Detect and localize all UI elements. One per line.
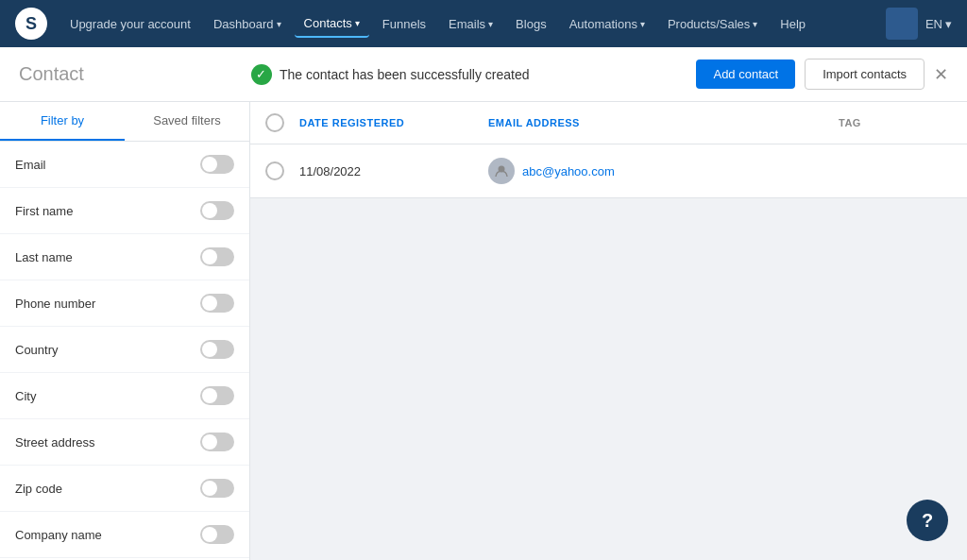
- table-row[interactable]: 11/08/2022 abc@yahoo.com: [250, 144, 967, 198]
- toggle-street-address[interactable]: [200, 433, 234, 451]
- nav-item-contacts[interactable]: Contacts ▾: [295, 10, 369, 38]
- language-selector[interactable]: EN ▾: [925, 17, 952, 31]
- nav-item-blogs[interactable]: Blogs: [506, 11, 556, 37]
- chevron-down-icon: ▾: [945, 17, 952, 31]
- filter-country: Country: [0, 327, 249, 373]
- filter-company-name: Company name: [0, 512, 249, 558]
- close-icon[interactable]: ✕: [934, 66, 948, 83]
- chevron-down-icon: ▾: [640, 19, 645, 29]
- navbar-logo[interactable]: S: [15, 8, 47, 40]
- contacts-table: DATE REGISTERED EMAIL ADDRESS TAG 11/08/…: [250, 102, 967, 198]
- toggle-last-name[interactable]: [200, 247, 234, 266]
- main-layout: Filter by Saved filters Email First name…: [0, 102, 967, 560]
- toggle-phone-number[interactable]: [200, 294, 234, 313]
- toggle-zip-code[interactable]: [200, 479, 234, 498]
- row-email: abc@yahoo.com: [488, 158, 839, 184]
- add-contact-button[interactable]: Add contact: [696, 59, 795, 89]
- avatar[interactable]: [886, 8, 918, 40]
- avatar: [488, 158, 515, 184]
- tab-saved-filters[interactable]: Saved filters: [125, 102, 249, 141]
- filter-first-name: First name: [0, 188, 249, 234]
- filter-street-address: Street address: [0, 419, 249, 466]
- content-area: DATE REGISTERED EMAIL ADDRESS TAG 11/08/…: [250, 102, 967, 560]
- toggle-city[interactable]: [200, 386, 234, 405]
- filter-city: City: [0, 373, 249, 419]
- toggle-country[interactable]: [200, 340, 234, 359]
- notification-bar: Contact ✓ The contact has been successfu…: [0, 47, 967, 102]
- notification-message: ✓ The contact has been successfully crea…: [93, 64, 687, 85]
- nav-item-upgrade[interactable]: Upgrade your account: [60, 11, 200, 37]
- help-button[interactable]: ?: [907, 500, 948, 541]
- chevron-down-icon: ▾: [753, 19, 757, 29]
- navbar: S Upgrade your account Dashboard ▾ Conta…: [0, 0, 967, 47]
- col-tag-header: TAG: [839, 117, 952, 128]
- filter-phone-number: Phone number: [0, 280, 249, 327]
- nav-item-dashboard[interactable]: Dashboard ▾: [204, 11, 291, 37]
- nav-item-emails[interactable]: Emails ▾: [439, 11, 502, 37]
- nav-item-automations[interactable]: Automations ▾: [560, 11, 654, 37]
- filter-last-name: Last name: [0, 234, 249, 280]
- tab-filter-by[interactable]: Filter by: [0, 102, 125, 141]
- col-date-header: DATE REGISTERED: [299, 117, 488, 128]
- chevron-down-icon: ▾: [277, 19, 281, 29]
- row-checkbox[interactable]: [265, 161, 284, 180]
- filter-zip-code: Zip code: [0, 466, 249, 512]
- filter-email: Email: [0, 142, 249, 188]
- sidebar: Filter by Saved filters Email First name…: [0, 102, 250, 560]
- toggle-first-name[interactable]: [200, 201, 234, 220]
- nav-item-products[interactable]: Products/Sales ▾: [658, 11, 767, 37]
- nav-item-help[interactable]: Help: [771, 11, 815, 37]
- row-date: 11/08/2022: [299, 164, 488, 178]
- success-icon: ✓: [251, 64, 272, 85]
- table-header: DATE REGISTERED EMAIL ADDRESS TAG: [250, 102, 967, 144]
- chevron-down-icon: ▾: [355, 18, 360, 28]
- col-email-header: EMAIL ADDRESS: [488, 117, 839, 128]
- select-all-checkbox[interactable]: [265, 113, 284, 132]
- page-title: Contact: [19, 63, 84, 85]
- toggle-company-name[interactable]: [200, 525, 234, 544]
- nav-item-funnels[interactable]: Funnels: [373, 11, 435, 37]
- chevron-down-icon: ▾: [488, 19, 493, 29]
- toggle-email[interactable]: [200, 155, 234, 174]
- import-contacts-button[interactable]: Import contacts: [805, 59, 925, 90]
- filter-tabs: Filter by Saved filters: [0, 102, 249, 142]
